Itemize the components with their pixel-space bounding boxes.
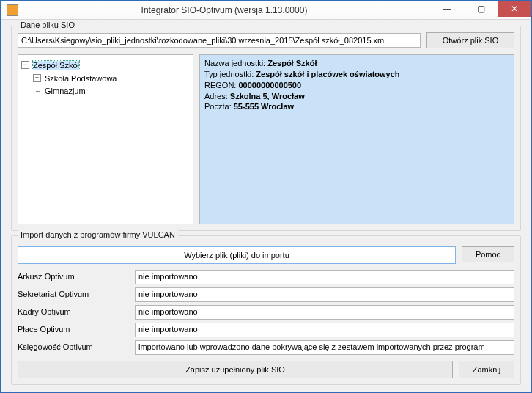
value-kadry: nie importowano bbox=[135, 305, 514, 320]
group-import: Import danych z programów firmy VULCAN W… bbox=[11, 235, 521, 385]
minimize-button[interactable]: — bbox=[430, 1, 464, 17]
label-arkusz: Arkusz Optivum bbox=[18, 270, 135, 284]
titlebar[interactable]: Integrator SIO-Optivum (wersja 1.13.0000… bbox=[1, 1, 531, 20]
label-kadry: Kadry Optivum bbox=[18, 305, 135, 320]
info-address-label: Adres: bbox=[204, 92, 230, 100]
label-sekretariat: Sekretariat Optivum bbox=[18, 287, 135, 302]
close-app-button[interactable]: Zamknij bbox=[459, 361, 514, 378]
info-type-value: Zespół szkół i placówek oświatowych bbox=[256, 70, 399, 78]
value-place: nie importowano bbox=[135, 323, 514, 337]
info-post-label: Poczta: bbox=[204, 102, 234, 111]
unit-info-panel: Nazwa jednostki: Zespół Szkół Typ jednos… bbox=[199, 54, 514, 224]
value-sekretariat: nie importowano bbox=[135, 287, 514, 302]
help-button[interactable]: Pomoc bbox=[462, 246, 514, 262]
label-ksiegowosc: Księgowość Optivum bbox=[18, 340, 135, 355]
info-type-label: Typ jednostki: bbox=[204, 70, 256, 78]
info-name-label: Nazwa jednostki: bbox=[204, 59, 267, 67]
value-arkusz: nie importowano bbox=[135, 270, 514, 284]
save-sio-button[interactable]: Zapisz uzupełniony plik SIO bbox=[18, 361, 453, 378]
maximize-button[interactable]: ▢ bbox=[464, 1, 498, 17]
client-area: Dane pliku SIO Otwórz plik SIO − Zespół … bbox=[1, 20, 531, 392]
group-sio-legend: Dane pliku SIO bbox=[18, 21, 78, 29]
tree-collapse-icon[interactable]: − bbox=[21, 61, 29, 69]
info-regon-value: 00000000000500 bbox=[238, 81, 301, 89]
group-import-legend: Import danych z programów firmy VULCAN bbox=[18, 230, 178, 239]
sio-path-input[interactable] bbox=[18, 33, 421, 48]
info-post-value: 55-555 Wrocław bbox=[234, 102, 294, 111]
tree-child-szkola-podstawowa[interactable]: Szkoła Podstawowa bbox=[45, 74, 117, 83]
value-ksiegowosc: importowano lub wprowadzono dane pokrywa… bbox=[135, 340, 514, 355]
window-title: Integrator SIO-Optivum (wersja 1.13.0000… bbox=[18, 5, 430, 15]
app-icon bbox=[7, 4, 18, 16]
open-sio-button[interactable]: Otwórz plik SIO bbox=[426, 32, 514, 48]
info-address-value: Szkolna 5, Wrocław bbox=[230, 92, 305, 100]
info-regon-label: REGON: bbox=[204, 81, 238, 89]
unit-tree[interactable]: − Zespół Szkół + Szkoła Podstawowa Gimna… bbox=[18, 54, 193, 224]
window-controls: — ▢ ✕ bbox=[430, 1, 531, 19]
close-button[interactable]: ✕ bbox=[498, 1, 531, 17]
tree-root[interactable]: Zespół Szkół bbox=[33, 61, 79, 70]
group-sio-file: Dane pliku SIO Otwórz plik SIO − Zespół … bbox=[11, 26, 521, 231]
choose-import-files-button[interactable]: Wybierz plik (pliki) do importu bbox=[18, 246, 456, 264]
label-place: Płace Optivum bbox=[18, 323, 135, 337]
app-window: Integrator SIO-Optivum (wersja 1.13.0000… bbox=[0, 0, 532, 393]
tree-child-gimnazjum[interactable]: Gimnazjum bbox=[45, 87, 86, 95]
tree-expand-icon[interactable]: + bbox=[33, 74, 41, 82]
info-name-value: Zespół Szkół bbox=[267, 59, 317, 67]
